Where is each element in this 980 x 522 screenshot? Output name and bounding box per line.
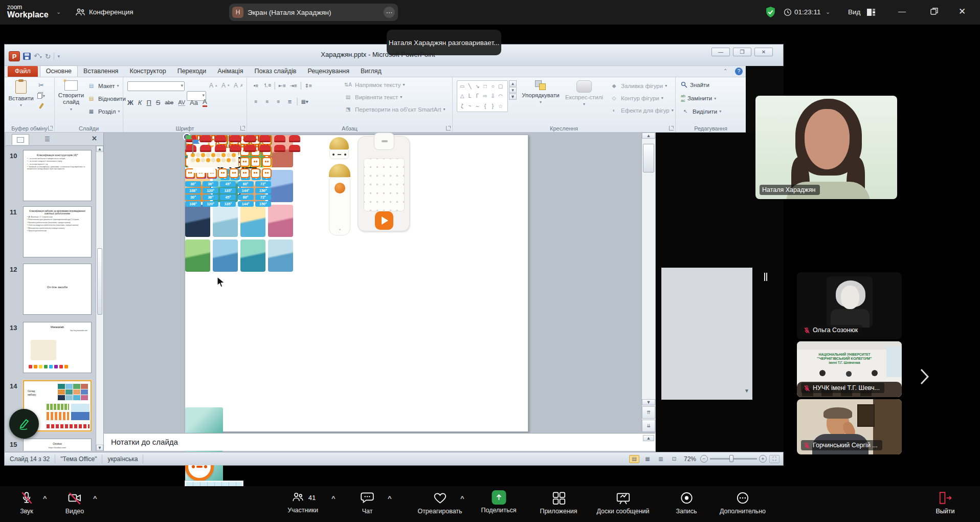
slide-thumbnail-11[interactable]: Класифікація наборів за напрямами впрова… bbox=[23, 206, 92, 257]
thumb-scroll-up-icon[interactable]: ▲ bbox=[96, 146, 103, 152]
clipboard-dialog-launcher[interactable] bbox=[48, 126, 53, 130]
cut-icon[interactable]: ✂ bbox=[38, 81, 44, 89]
slide-thumbnail-13[interactable]: Matatalabhttp://eng.matatalab.com/ bbox=[23, 322, 92, 373]
arrange-button[interactable]: Упорядкувати▾ bbox=[520, 80, 561, 104]
current-slide[interactable]: Склад набору bbox=[185, 135, 528, 432]
shape-option[interactable]: ↘ bbox=[474, 81, 481, 91]
slide-scroll-down-icon[interactable]: ▼ bbox=[642, 399, 655, 405]
video-button[interactable]: Видео bbox=[65, 490, 84, 515]
video-tile-main-speaker[interactable]: Наталя Хараджян bbox=[755, 96, 897, 199]
audio-options-chevron[interactable]: ^ bbox=[43, 494, 47, 502]
apps-button[interactable]: Приложения bbox=[540, 490, 577, 515]
increase-indent-icon[interactable]: ⇥≡ bbox=[288, 81, 298, 90]
reading-view-icon[interactable]: ▥ bbox=[656, 455, 666, 463]
find-button[interactable]: Знайти bbox=[681, 81, 709, 88]
align-center-icon[interactable]: ≡ bbox=[262, 97, 272, 106]
decrease-indent-icon[interactable]: ⇤≡ bbox=[277, 81, 287, 90]
shape-option[interactable]: □ bbox=[481, 81, 489, 91]
shape-option[interactable]: ▭ bbox=[458, 81, 466, 91]
grow-font-icon[interactable]: А▴ bbox=[209, 82, 217, 89]
shape-effects-button[interactable]: ◐ Ефекти для фігур▾ bbox=[609, 106, 674, 115]
audio-button[interactable]: Звук bbox=[19, 490, 34, 515]
replace-button[interactable]: abac Замінити▾ bbox=[681, 94, 716, 103]
align-left-icon[interactable]: ≡ bbox=[251, 97, 261, 106]
close-panel-icon[interactable]: ✕ bbox=[92, 135, 97, 142]
next-participants-chevron[interactable] bbox=[919, 366, 930, 387]
font-name-combo[interactable] bbox=[127, 81, 185, 91]
thumb-scroll-down-icon[interactable]: ▼ bbox=[96, 445, 103, 451]
shape-option[interactable]: } bbox=[489, 101, 497, 111]
record-button[interactable]: Запись bbox=[676, 490, 697, 515]
ppt-tab-1[interactable]: Файл bbox=[8, 66, 38, 77]
collapse-ribbon-icon[interactable]: ⌃ bbox=[723, 68, 727, 74]
ppt-tab-2[interactable]: Основне bbox=[40, 66, 78, 77]
leave-button[interactable]: Выйти bbox=[936, 490, 954, 515]
view-button[interactable]: Вид bbox=[848, 8, 860, 16]
font-style-button-4[interactable]: S bbox=[156, 99, 161, 106]
chat-button[interactable]: Чат bbox=[360, 490, 375, 515]
zoom-slider[interactable] bbox=[710, 458, 757, 460]
shape-option[interactable]: ▢ bbox=[497, 81, 504, 91]
powerpoint-app-icon[interactable]: P bbox=[9, 51, 20, 61]
slide-scrollbar-thumb[interactable] bbox=[643, 144, 654, 172]
font-dialog-launcher[interactable] bbox=[240, 126, 245, 130]
ppt-tab-4[interactable]: Конструктор bbox=[124, 66, 171, 77]
notes-pane[interactable]: Нотатки до слайда ▲ bbox=[104, 433, 655, 451]
meeting-label[interactable]: Конференция bbox=[89, 8, 133, 16]
panel-splitter-handle[interactable] bbox=[764, 273, 767, 281]
participants-button[interactable]: 41 Участники bbox=[287, 490, 318, 514]
slide-thumbnail-15[interactable]: Ozobothttps://ozobot.com/ bbox=[23, 439, 92, 451]
shape-option[interactable]: ~ bbox=[466, 101, 474, 111]
next-slide-button[interactable]: ⇊ bbox=[642, 420, 655, 432]
numbering-icon[interactable]: ⒈≡ bbox=[262, 81, 272, 90]
slide-scroll-up-icon[interactable]: ▲ bbox=[642, 133, 655, 139]
thumb-scrollbar-thumb[interactable] bbox=[97, 248, 102, 315]
format-painter-icon[interactable] bbox=[38, 103, 43, 109]
slide-sorter-view-icon[interactable]: ▦ bbox=[642, 455, 653, 463]
react-options-chevron[interactable]: ^ bbox=[460, 494, 464, 502]
justify-icon[interactable]: ≣ bbox=[285, 97, 295, 106]
shape-option[interactable]: ∼ bbox=[474, 101, 481, 111]
ppt-tab-6[interactable]: Анімація bbox=[212, 66, 249, 77]
shape-option[interactable]: ○ bbox=[489, 81, 497, 91]
logo-chevron-down-icon[interactable]: ⌄ bbox=[56, 9, 61, 15]
slide-thumbnail-10[interactable]: Класифікація конструкторів (4)*• – на ос… bbox=[23, 150, 92, 201]
paragraph-dialog-launcher[interactable] bbox=[446, 126, 451, 130]
line-spacing-icon[interactable]: ⇕≡ bbox=[303, 81, 313, 90]
whiteboards-button[interactable]: Доски сообщений bbox=[596, 490, 649, 515]
font-style-button-5[interactable]: abe bbox=[165, 100, 173, 105]
shape-outline-button[interactable]: ◇ Контур фігури▾ bbox=[609, 94, 663, 102]
security-shield-icon[interactable] bbox=[764, 6, 777, 18]
zoom-out-icon[interactable]: − bbox=[700, 455, 708, 463]
chat-options-chevron[interactable]: ^ bbox=[388, 494, 392, 502]
ppt-tab-5[interactable]: Переходи bbox=[172, 66, 212, 77]
video-tile-gorchynskyi[interactable]: Горчинський Сергій ... bbox=[797, 399, 902, 454]
view-layout-icon[interactable] bbox=[866, 8, 876, 17]
shapes-scroll-down-icon[interactable]: ▾ bbox=[509, 87, 517, 93]
paste-button[interactable]: Вставити▾ bbox=[9, 80, 33, 107]
ppt-tab-9[interactable]: Вигляд bbox=[355, 66, 387, 77]
select-button[interactable]: ↖ Виділити▾ bbox=[681, 107, 721, 116]
zoom-in-icon[interactable]: + bbox=[759, 455, 767, 463]
thumbnail-scrollbar[interactable]: ▲ ▼ bbox=[96, 146, 104, 451]
outline-tab[interactable]: ☰ bbox=[44, 136, 50, 143]
ppt-restore-icon[interactable]: ❐ bbox=[733, 48, 751, 56]
ppt-minimize-icon[interactable]: — bbox=[711, 48, 730, 56]
shape-fill-button[interactable]: ◆ Заливка фігури▾ bbox=[609, 81, 667, 90]
timer-chevron-down-icon[interactable]: ⌄ bbox=[826, 9, 830, 15]
video-tile-olga[interactable]: Ольга Созонюк bbox=[797, 272, 902, 339]
normal-view-icon[interactable]: ▤ bbox=[629, 455, 639, 463]
font-style-button-3[interactable]: П bbox=[146, 99, 151, 106]
ppt-close-icon[interactable]: ✕ bbox=[754, 48, 773, 56]
smartart-button[interactable]: ⬔ Перетворити на об'єкт SmartArt▾ bbox=[343, 105, 445, 114]
fit-to-window-icon[interactable]: ⛶ bbox=[769, 455, 779, 463]
shapes-gallery[interactable]: ▭╲↘□○▢△LΓ⇨⇩◠ζ~∼{}☆ bbox=[457, 80, 508, 112]
window-minimize-icon[interactable]: — bbox=[898, 7, 906, 15]
font-style-button-2[interactable]: К bbox=[138, 99, 142, 106]
theme-indicator[interactable]: "Тема Office" bbox=[55, 454, 102, 464]
ppt-tab-3[interactable]: Вставлення bbox=[78, 66, 124, 77]
slideshow-view-icon[interactable]: ⊡ bbox=[669, 455, 679, 463]
align-text-button[interactable]: ▤ Вирівняти текст▾ bbox=[343, 93, 402, 101]
new-slide-button[interactable]: Створити слайд▾ bbox=[57, 80, 85, 112]
bullets-icon[interactable]: •≡ bbox=[251, 81, 261, 90]
